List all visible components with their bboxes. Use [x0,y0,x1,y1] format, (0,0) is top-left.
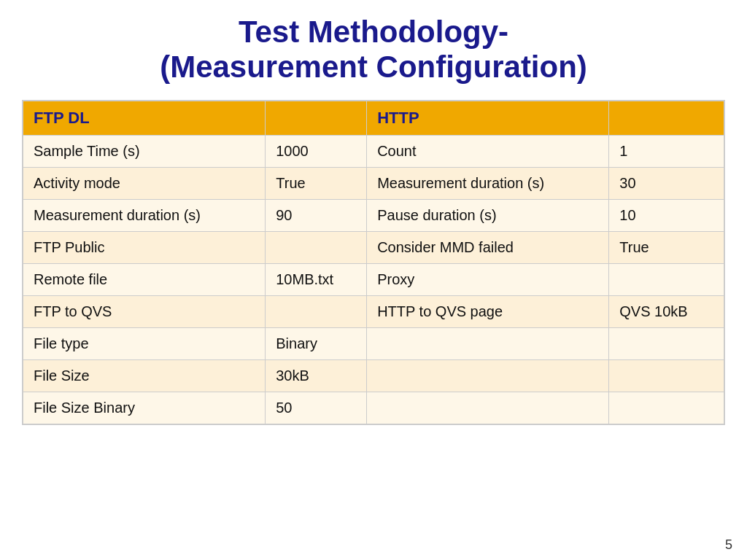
table-row: File typeBinary [23,327,724,359]
table-row: Measurement duration (s)90Pause duration… [23,199,724,231]
cell-3-0: FTP Public [23,231,266,263]
cell-4-2: Proxy [367,263,609,295]
cell-3-1 [266,231,367,263]
header-http-value [609,101,724,136]
table-row: FTP PublicConsider MMD failedTrue [23,231,724,263]
configuration-table: FTP DL HTTP Sample Time (s)1000Count1Act… [22,100,725,425]
cell-2-3: 10 [609,199,724,231]
cell-3-3: True [609,231,724,263]
table-row: Activity modeTrueMeasurement duration (s… [23,167,724,199]
cell-8-1: 50 [266,392,367,424]
cell-1-2: Measurement duration (s) [367,167,609,199]
cell-5-1 [266,295,367,327]
cell-5-0: FTP to QVS [23,295,266,327]
cell-7-2 [367,359,609,392]
cell-6-3 [609,327,724,359]
cell-7-1: 30kB [266,359,367,392]
table-row: FTP to QVSHTTP to QVS pageQVS 10kB [23,295,724,327]
page-title: Test Methodology- (Measurement Configura… [160,15,587,85]
cell-4-1: 10MB.txt [266,263,367,295]
cell-0-0: Sample Time (s) [23,135,266,167]
cell-1-1: True [266,167,367,199]
table-row: Remote file10MB.txtProxy [23,263,724,295]
table-row: Sample Time (s)1000Count1 [23,135,724,167]
table-row: File Size30kB [23,359,724,392]
cell-0-2: Count [367,135,609,167]
cell-7-0: File Size [23,359,266,392]
cell-5-3: QVS 10kB [609,295,724,327]
table-header-row: FTP DL HTTP [23,101,724,136]
cell-8-0: File Size Binary [23,392,266,424]
cell-6-2 [367,327,609,359]
cell-1-0: Activity mode [23,167,266,199]
cell-8-2 [367,392,609,424]
cell-4-0: Remote file [23,263,266,295]
cell-2-0: Measurement duration (s) [23,199,266,231]
cell-6-1: Binary [266,327,367,359]
cell-7-3 [609,359,724,392]
header-ftp-dl: FTP DL [23,101,266,136]
cell-3-2: Consider MMD failed [367,231,609,263]
page-number: 5 [725,537,732,553]
cell-4-3 [609,263,724,295]
header-http: HTTP [367,101,609,136]
cell-0-1: 1000 [266,135,367,167]
cell-6-0: File type [23,327,266,359]
cell-2-2: Pause duration (s) [367,199,609,231]
cell-5-2: HTTP to QVS page [367,295,609,327]
cell-1-3: 30 [609,167,724,199]
cell-2-1: 90 [266,199,367,231]
table-row: File Size Binary50 [23,392,724,424]
cell-0-3: 1 [609,135,724,167]
cell-8-3 [609,392,724,424]
header-ftp-dl-value [266,101,367,136]
